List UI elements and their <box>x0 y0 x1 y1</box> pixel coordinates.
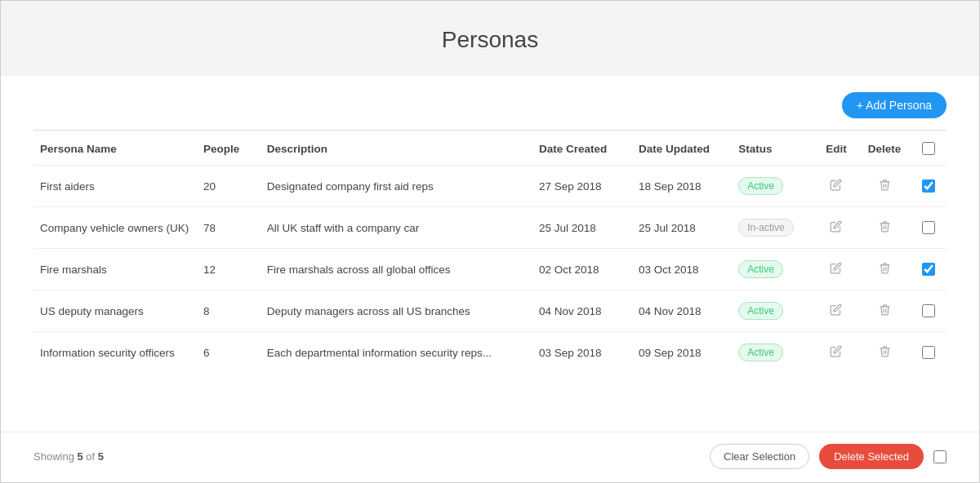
edit-button[interactable] <box>826 302 845 320</box>
status-badge: Active <box>738 343 783 361</box>
row-checkbox[interactable] <box>922 263 935 276</box>
table-row: US deputy managers 8 Deputy managers acr… <box>33 290 947 332</box>
edit-button[interactable] <box>826 219 845 237</box>
cell-description: All UK staff with a company car <box>261 207 532 249</box>
col-header-select-all <box>911 131 947 166</box>
col-header-status: Status <box>732 131 813 166</box>
cell-description: Each departmental information security r… <box>261 332 532 374</box>
table-body: First aiders 20 Designated company first… <box>33 166 947 374</box>
cell-date-updated: 09 Sep 2018 <box>632 332 732 374</box>
delete-button[interactable] <box>875 219 894 237</box>
table-row: Fire marshals 12 Fire marshals across al… <box>33 249 947 290</box>
cell-status: Active <box>732 332 813 374</box>
cell-description: Designated company first aid reps <box>261 166 532 207</box>
cell-name: Company vehicle owners (UK) <box>33 207 197 249</box>
cell-people: 8 <box>197 290 261 332</box>
cell-status: Active <box>732 290 813 332</box>
table-row: First aiders 20 Designated company first… <box>33 166 947 207</box>
cell-name: First aiders <box>33 166 197 207</box>
cell-edit <box>813 290 859 332</box>
table-header-row: Persona Name People Description Date Cre… <box>33 131 947 166</box>
cell-date-updated: 04 Nov 2018 <box>632 290 732 332</box>
cell-delete <box>859 332 911 374</box>
cell-people: 12 <box>197 249 261 290</box>
cell-edit <box>813 332 859 374</box>
page-title: Personas <box>1 27 979 53</box>
showing-text: Showing 5 of 5 <box>33 450 104 463</box>
cell-name: Information security officers <box>33 332 197 374</box>
cell-delete <box>859 290 911 332</box>
cell-people: 78 <box>197 207 261 249</box>
row-checkbox[interactable] <box>922 346 935 359</box>
edit-button[interactable] <box>826 343 845 361</box>
cell-name: Fire marshals <box>33 249 197 290</box>
content-area: + Add Persona Persona Name People Descri… <box>1 76 979 432</box>
row-checkbox[interactable] <box>922 304 935 317</box>
select-all-checkbox[interactable] <box>922 142 935 155</box>
cell-name: US deputy managers <box>33 290 197 332</box>
status-badge: Active <box>738 302 783 320</box>
table-row: Information security officers 6 Each dep… <box>33 332 947 374</box>
cell-checkbox <box>911 290 947 332</box>
page-wrapper: Personas + Add Persona Persona Name Peop… <box>0 0 980 483</box>
cell-delete <box>859 166 911 207</box>
cell-checkbox <box>911 207 947 249</box>
clear-selection-button[interactable]: Clear Selection <box>710 444 809 469</box>
row-checkbox[interactable] <box>922 221 935 234</box>
cell-checkbox <box>911 166 947 207</box>
cell-date-created: 04 Nov 2018 <box>532 290 632 332</box>
delete-button[interactable] <box>875 302 894 320</box>
cell-people: 20 <box>197 166 261 207</box>
col-header-name: Persona Name <box>33 131 197 166</box>
status-badge: In-active <box>738 219 793 237</box>
col-header-date-updated: Date Updated <box>632 131 732 166</box>
showing-middle: of <box>83 450 98 463</box>
cell-date-updated: 25 Jul 2018 <box>632 207 732 249</box>
cell-edit <box>813 207 859 249</box>
showing-prefix: Showing <box>33 450 77 463</box>
add-persona-button[interactable]: + Add Persona <box>842 92 947 118</box>
footer-select-checkbox[interactable] <box>933 450 947 463</box>
edit-button[interactable] <box>826 260 845 278</box>
cell-checkbox <box>911 332 947 374</box>
personas-table: Persona Name People Description Date Cre… <box>33 131 947 373</box>
cell-people: 6 <box>197 332 261 374</box>
cell-edit <box>813 249 859 290</box>
cell-date-updated: 18 Sep 2018 <box>632 166 732 207</box>
delete-selected-button[interactable]: Delete Selected <box>819 444 924 469</box>
cell-date-updated: 03 Oct 2018 <box>632 249 732 290</box>
cell-checkbox <box>911 249 947 290</box>
cell-description: Fire marshals across all global offices <box>261 249 532 290</box>
toolbar: + Add Persona <box>33 92 947 118</box>
showing-total: 5 <box>98 450 104 463</box>
col-header-edit: Edit <box>813 131 859 166</box>
cell-delete <box>859 207 911 249</box>
cell-status: Active <box>732 166 813 207</box>
cell-status: In-active <box>732 207 813 249</box>
row-checkbox[interactable] <box>922 179 935 193</box>
cell-edit <box>813 166 859 207</box>
cell-date-created: 27 Sep 2018 <box>532 166 632 207</box>
col-header-description: Description <box>261 131 532 166</box>
edit-button[interactable] <box>826 177 845 195</box>
status-badge: Active <box>738 177 783 195</box>
col-header-people: People <box>197 131 261 166</box>
cell-date-created: 25 Jul 2018 <box>532 207 632 249</box>
page-header: Personas <box>1 1 979 76</box>
showing-count: 5 <box>77 450 82 463</box>
cell-description: Deputy managers across all US branches <box>261 290 532 332</box>
cell-status: Active <box>732 249 813 290</box>
footer-bar: Showing 5 of 5 Clear Selection Delete Se… <box>1 432 979 482</box>
delete-button[interactable] <box>875 260 894 278</box>
table-row: Company vehicle owners (UK) 78 All UK st… <box>33 207 947 249</box>
col-header-date-created: Date Created <box>532 131 632 166</box>
footer-actions: Clear Selection Delete Selected <box>710 444 947 469</box>
cell-delete <box>859 249 911 290</box>
col-header-delete: Delete <box>859 131 911 166</box>
delete-button[interactable] <box>875 177 894 195</box>
cell-date-created: 03 Sep 2018 <box>532 332 632 374</box>
status-badge: Active <box>738 260 783 278</box>
delete-button[interactable] <box>875 343 894 361</box>
cell-date-created: 02 Oct 2018 <box>532 249 632 290</box>
